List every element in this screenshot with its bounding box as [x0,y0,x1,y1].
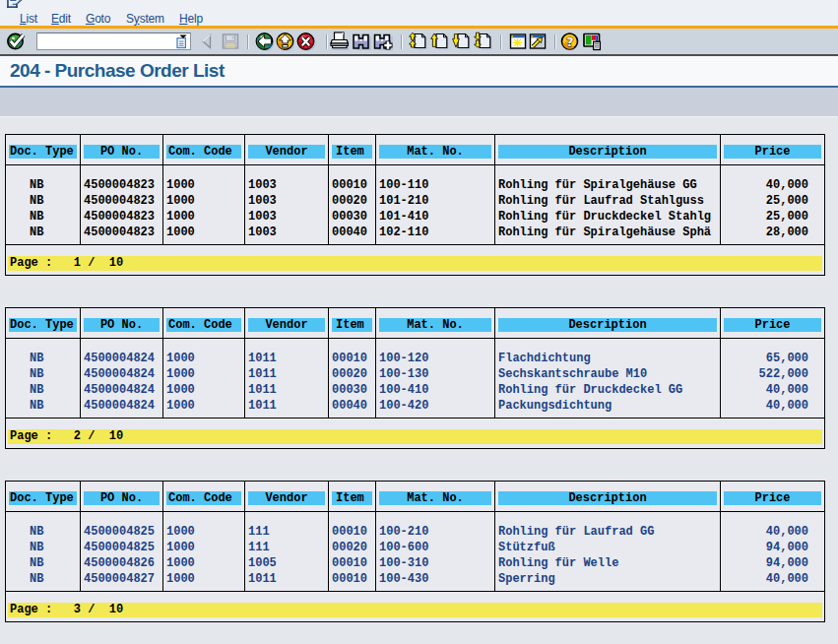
cell[interactable]: 00010 [329,512,376,540]
exit-button-icon[interactable] [275,31,296,52]
back-disabled-icon[interactable] [197,31,219,52]
create-shortcut-button-icon[interactable] [527,31,548,52]
cell[interactable]: 1000 [163,225,245,244]
cell[interactable]: 1011 [245,382,329,398]
first-page-button-icon[interactable] [408,31,429,52]
cell[interactable]: 4500004824 [81,398,163,418]
cell[interactable]: Rohling für Spiralgehäuse Sphä [495,225,721,244]
cell[interactable]: Rohling für Laufrad GG [495,512,721,540]
cell[interactable]: 00020 [329,193,376,209]
cell[interactable]: 00040 [329,398,376,418]
cell[interactable]: 00020 [329,540,376,555]
command-history-icon[interactable] [175,34,188,49]
cell[interactable]: 1000 [163,165,245,193]
column-header[interactable]: Description [498,318,717,332]
cell[interactable]: 94,000 [721,540,824,555]
cell[interactable]: 4500004824 [81,366,163,382]
cell[interactable]: Rohling für Spiralgehäuse GG [495,165,721,193]
cell[interactable]: 1011 [245,366,329,382]
cell[interactable]: 4500004827 [81,571,163,591]
cell[interactable]: 100-430 [376,571,495,591]
cell[interactable]: Rohling für Druckdeckel GG [495,382,721,398]
cell[interactable]: 00010 [329,571,376,591]
column-header[interactable]: PO No. [84,145,160,159]
save-disabled-icon[interactable] [220,31,241,52]
cell[interactable]: Stützfuß [495,540,721,555]
column-header[interactable]: Com. Code [166,491,241,505]
cell[interactable]: Packungsdichtung [495,398,721,418]
cell[interactable]: 40,000 [721,165,824,193]
cell[interactable]: 65,000 [721,339,824,366]
cell[interactable]: 4500004825 [81,540,163,555]
column-header[interactable]: Mat. No. [379,491,491,505]
column-header[interactable]: PO No. [84,491,160,505]
cell[interactable]: 00040 [329,225,376,244]
cell[interactable]: Flachdichtung [495,339,721,366]
column-header[interactable]: Com. Code [166,318,241,332]
cell[interactable]: 25,000 [721,193,824,209]
cell[interactable]: 40,000 [721,512,824,540]
cell[interactable]: 1000 [163,209,245,225]
cell[interactable]: 1011 [245,339,329,366]
cell[interactable]: 4500004826 [81,555,163,571]
column-header[interactable]: Doc. Type [9,145,77,159]
cell[interactable]: 100-210 [376,512,495,540]
cell[interactable]: 40,000 [721,398,824,418]
column-header[interactable]: Mat. No. [379,145,491,159]
cell[interactable]: Rohling für Welle [495,555,721,571]
column-header[interactable]: Vendor [248,318,325,332]
cell[interactable]: 1003 [245,209,329,225]
cell[interactable]: 25,000 [721,209,824,225]
cell[interactable]: 4500004823 [81,225,163,244]
cell[interactable]: Sperring [495,571,721,591]
cell[interactable]: 1003 [245,193,329,209]
cell[interactable]: 1003 [245,165,329,193]
cell[interactable]: 00010 [329,555,376,571]
cell[interactable]: 101-410 [376,209,495,225]
column-header[interactable]: Description [498,491,717,505]
cell[interactable]: 1000 [163,193,245,209]
cell[interactable]: 1000 [163,512,245,540]
cell[interactable]: 100-420 [376,398,495,418]
customize-layout-button-icon[interactable] [581,31,603,52]
enter-button-icon[interactable] [5,31,27,52]
cell[interactable]: 100-310 [376,555,495,571]
cell[interactable]: 100-110 [376,165,495,193]
cell[interactable]: 4500004824 [81,382,163,398]
cell[interactable]: 00030 [329,382,376,398]
cell[interactable]: NB [6,165,81,193]
cell[interactable]: 1011 [245,398,329,418]
cell[interactable]: 1000 [163,571,245,591]
column-header[interactable]: Price [724,145,821,159]
column-header[interactable]: Item [332,491,372,505]
cell[interactable]: 111 [245,512,329,540]
cell[interactable]: NB [6,398,81,418]
menu-edit[interactable]: Edit [51,12,71,26]
cell[interactable]: NB [6,512,81,540]
cell[interactable]: 00010 [329,165,376,193]
cell[interactable]: 101-210 [376,193,495,209]
find-next-button-icon[interactable] [372,31,394,52]
menu-goto[interactable]: Goto [86,12,110,26]
column-header[interactable]: Com. Code [166,145,241,159]
cell[interactable]: NB [6,225,81,244]
cell[interactable]: 102-110 [376,225,495,244]
cell[interactable]: 100-130 [376,366,495,382]
cell[interactable]: 1000 [163,339,245,366]
cell[interactable]: 1000 [163,555,245,571]
cancel-button-icon[interactable] [295,31,317,52]
cell[interactable]: 00020 [329,366,376,382]
cell[interactable]: 1003 [245,225,329,244]
cell[interactable]: 00010 [329,339,376,366]
last-page-button-icon[interactable] [473,31,494,52]
cell[interactable]: 100-410 [376,382,495,398]
column-header[interactable]: Doc. Type [9,491,77,505]
column-header[interactable]: Vendor [248,145,325,159]
cell[interactable]: Rohling für Laufrad Stahlguss [495,193,721,209]
find-button-icon[interactable] [351,31,372,52]
command-field[interactable] [36,32,191,50]
cell[interactable]: 28,000 [721,225,824,244]
cell[interactable]: 40,000 [721,571,824,591]
cell[interactable]: 522,000 [721,366,824,382]
column-header[interactable]: Price [724,491,821,505]
